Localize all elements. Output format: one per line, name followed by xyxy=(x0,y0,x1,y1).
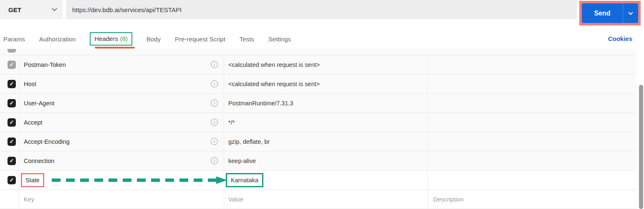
checkbox-cell: ✓ xyxy=(0,94,19,112)
key-placeholder: Key xyxy=(24,196,34,203)
annotation-arrow-icon xyxy=(50,176,228,185)
description-cell[interactable] xyxy=(428,94,636,112)
value-cell[interactable]: keep-alive xyxy=(224,151,428,170)
send-button-label: Send xyxy=(582,10,623,17)
check-icon: ✓ xyxy=(10,139,14,144)
check-icon: ✓ xyxy=(10,62,14,67)
url-text: https://dev.bdb.ai/services/api/TESTAPI xyxy=(72,6,182,13)
key-cell[interactable]: Accept i xyxy=(19,113,224,132)
row-checkbox[interactable]: ✓ xyxy=(8,80,16,88)
method-select[interactable]: GET xyxy=(0,0,63,19)
header-key: Postman-Token xyxy=(24,61,66,68)
table-row-clipped xyxy=(0,49,636,55)
info-icon: i xyxy=(211,157,218,164)
table-row-state: ✓ State Karnataka xyxy=(0,171,636,190)
description-cell[interactable] xyxy=(428,55,636,74)
header-value: <calculated when request is sent> xyxy=(228,61,320,68)
info-icon: i xyxy=(211,119,218,126)
header-key: Accept xyxy=(24,119,42,126)
header-value: PostmanRuntime/7.31.3 xyxy=(228,100,293,107)
table-row: ✓ User-Agent i PostmanRuntime/7.31.3 xyxy=(0,94,636,113)
send-options-button[interactable] xyxy=(623,13,638,14)
tab-pre-request-script[interactable]: Pre-request Script xyxy=(175,36,225,43)
row-checkbox[interactable]: ✓ xyxy=(8,118,16,127)
description-cell[interactable] xyxy=(428,171,636,189)
value-cell[interactable]: */* xyxy=(224,113,428,132)
table-row: ✓ Accept i */* xyxy=(0,113,636,132)
key-cell[interactable]: Postman-Token i xyxy=(19,55,224,74)
header-value: gzip, deflate, br xyxy=(228,138,270,145)
value-cell[interactable]: <calculated when request is sent> xyxy=(224,55,428,74)
info-icon: i xyxy=(211,61,218,68)
value-placeholder: Value xyxy=(228,196,243,203)
value-cell[interactable]: Karnataka xyxy=(224,171,428,189)
value-highlight-box: Karnataka xyxy=(226,173,263,187)
send-button[interactable]: Send xyxy=(582,3,638,23)
method-label: GET xyxy=(8,6,21,13)
description-input[interactable]: Description xyxy=(428,190,636,209)
tab-body[interactable]: Body xyxy=(146,36,161,43)
key-highlight-box: State xyxy=(21,173,44,187)
check-icon: ✓ xyxy=(10,100,14,106)
description-cell[interactable] xyxy=(428,151,636,170)
header-key: Accept-Encoding xyxy=(24,138,70,145)
active-tab-underline xyxy=(95,47,135,48)
row-checkbox[interactable]: ✓ xyxy=(8,176,16,184)
request-builder: GET https://dev.bdb.ai/services/api/TEST… xyxy=(0,0,644,209)
header-value: <calculated when request is sent> xyxy=(228,81,320,87)
tab-tests[interactable]: Tests xyxy=(240,36,254,43)
row-checkbox[interactable]: ✓ xyxy=(8,61,16,69)
checkbox-cell: ✓ xyxy=(0,113,19,132)
header-key: Connection xyxy=(24,158,54,164)
tab-params[interactable]: Params xyxy=(3,36,25,43)
description-cell[interactable] xyxy=(428,74,636,93)
row-checkbox[interactable]: ✓ xyxy=(8,138,16,146)
table-row: ✓ Connection i keep-alive xyxy=(0,151,636,171)
header-key: State xyxy=(25,177,40,184)
key-input[interactable]: Key xyxy=(19,190,224,209)
description-cell[interactable] xyxy=(428,132,636,151)
chevron-down-icon xyxy=(52,6,57,11)
check-icon: ✓ xyxy=(10,81,14,87)
tab-headers-count: (8) xyxy=(120,35,127,42)
header-value: Karnataka xyxy=(231,177,258,184)
table-row: ✓ Accept-Encoding i gzip, deflate, br xyxy=(0,132,636,151)
vertical-scrollbar[interactable] xyxy=(639,85,643,209)
send-button-highlight: Send xyxy=(579,1,641,25)
table-row: ✓ Postman-Token i <calculated when reque… xyxy=(0,55,636,74)
header-key: User-Agent xyxy=(24,100,54,107)
key-cell[interactable]: User-Agent i xyxy=(19,94,224,112)
description-cell[interactable] xyxy=(428,113,636,132)
value-cell[interactable]: <calculated when request is sent> xyxy=(224,74,428,93)
checkbox-partial[interactable] xyxy=(8,49,16,53)
checkbox-cell: ✓ xyxy=(0,55,19,74)
checkbox-cell: ✓ xyxy=(0,74,19,93)
chevron-down-icon xyxy=(628,10,633,15)
description-placeholder: Description xyxy=(433,196,464,203)
check-icon: ✓ xyxy=(10,158,14,163)
checkbox-cell: ✓ xyxy=(0,171,19,189)
checkbox-cell: ✓ xyxy=(0,151,19,170)
key-cell[interactable]: Host i xyxy=(19,74,224,93)
info-icon: i xyxy=(211,138,218,145)
info-icon: i xyxy=(211,99,218,107)
info-icon: i xyxy=(211,80,218,87)
url-input[interactable]: https://dev.bdb.ai/services/api/TESTAPI xyxy=(66,0,577,19)
value-cell[interactable]: gzip, deflate, br xyxy=(224,132,428,151)
check-icon: ✓ xyxy=(10,120,14,125)
tab-headers[interactable]: Headers (8) xyxy=(90,32,132,46)
value-cell[interactable]: PostmanRuntime/7.31.3 xyxy=(224,94,428,112)
row-checkbox[interactable]: ✓ xyxy=(8,99,16,107)
table-row: ✓ Host i <calculated when request is sen… xyxy=(0,74,636,94)
key-cell[interactable]: Connection i xyxy=(19,151,224,170)
value-input[interactable]: Value xyxy=(224,190,428,209)
key-cell[interactable]: Accept-Encoding i xyxy=(19,132,224,151)
tab-settings[interactable]: Settings xyxy=(268,36,291,43)
row-checkbox[interactable]: ✓ xyxy=(8,157,16,165)
table-row-new: Key Value Description xyxy=(0,190,636,209)
tab-headers-label: Headers xyxy=(94,35,118,42)
cookies-link[interactable]: Cookies xyxy=(608,35,632,42)
checkbox-cell xyxy=(0,190,19,209)
tab-authorization[interactable]: Authorization xyxy=(39,36,76,43)
check-icon: ✓ xyxy=(10,177,14,183)
